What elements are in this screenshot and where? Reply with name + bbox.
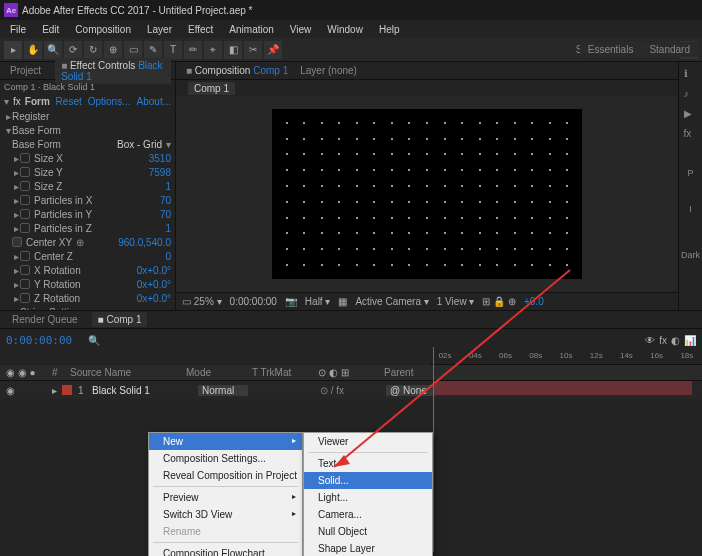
viewer[interactable]: [176, 96, 678, 292]
menu-item-solid[interactable]: Solid...: [304, 472, 432, 489]
menu-view[interactable]: View: [284, 22, 318, 37]
menu-help[interactable]: Help: [373, 22, 406, 37]
menu-item-null-object[interactable]: Null Object: [304, 523, 432, 540]
group-base-form[interactable]: Base Form: [12, 125, 61, 136]
layer-mode[interactable]: Normal: [198, 385, 248, 396]
view-dropdown[interactable]: 1 View ▾: [437, 296, 475, 307]
val-size-y[interactable]: 7598: [149, 167, 171, 178]
rotate-tool-icon[interactable]: ↻: [84, 41, 102, 59]
effect-options[interactable]: Options...: [88, 96, 131, 107]
tl-graph-icon[interactable]: 📊: [684, 335, 696, 346]
tab-composition[interactable]: ■ Composition Comp 1: [180, 63, 294, 78]
kf-icon[interactable]: [20, 209, 30, 219]
kf-icon[interactable]: [20, 153, 30, 163]
group-register[interactable]: Register: [12, 111, 49, 122]
zoom-tool-icon[interactable]: 🔍: [44, 41, 62, 59]
col-trkmat[interactable]: T TrkMat: [252, 367, 312, 378]
menu-item-composition-settings[interactable]: Composition Settings...: [149, 450, 302, 467]
val-particles-z[interactable]: 1: [165, 223, 171, 234]
layer-parent[interactable]: @ None: [386, 385, 436, 396]
col-source[interactable]: Source Name: [70, 367, 180, 378]
menu-item-new[interactable]: New: [149, 433, 302, 450]
timeline-timecode[interactable]: 0:00:00:00: [6, 334, 72, 347]
val-z-rotation[interactable]: 0x+0.0°: [137, 293, 171, 304]
col-mode[interactable]: Mode: [186, 367, 246, 378]
menu-item-shape-layer[interactable]: Shape Layer: [304, 540, 432, 556]
val-base-form-type[interactable]: Box - Grid: [117, 139, 162, 150]
col-parent[interactable]: Parent: [384, 367, 444, 378]
menu-item-text[interactable]: Text: [304, 455, 432, 472]
val-y-rotation[interactable]: 0x+0.0°: [137, 279, 171, 290]
menu-file[interactable]: File: [4, 22, 32, 37]
layer-name[interactable]: Black Solid 1: [92, 385, 192, 396]
viewer-time[interactable]: 0:00:00:00: [230, 296, 277, 307]
puppet-tool-icon[interactable]: 📌: [264, 41, 282, 59]
tl-mb-icon[interactable]: ◐: [671, 335, 680, 346]
tab-render-queue[interactable]: Render Queue: [6, 312, 84, 327]
comp-breadcrumb[interactable]: Comp 1: [188, 82, 235, 95]
rect-tool-icon[interactable]: ▭: [124, 41, 142, 59]
menu-item-reveal-composition-in-project[interactable]: Reveal Composition in Project: [149, 467, 302, 484]
menu-item-camera[interactable]: Camera...: [304, 506, 432, 523]
brush-tool-icon[interactable]: ✏: [184, 41, 202, 59]
kf-icon[interactable]: [20, 251, 30, 261]
camera-dropdown[interactable]: Active Camera ▾: [355, 296, 428, 307]
val-size-z[interactable]: 1: [165, 181, 171, 192]
effect-reset[interactable]: Reset: [56, 96, 82, 107]
tab-comp1[interactable]: ■ Comp 1: [92, 312, 148, 327]
workspace-essentials[interactable]: Essentials: [580, 42, 642, 57]
anchor-tool-icon[interactable]: ⊕: [104, 41, 122, 59]
snapshot-icon[interactable]: 📷: [285, 296, 297, 307]
tab-effect-controls[interactable]: ■ Effect Controls Black Solid 1: [55, 58, 171, 84]
kf-icon[interactable]: [20, 223, 30, 233]
tab-project[interactable]: Project: [4, 63, 47, 78]
layer-color-swatch[interactable]: [62, 385, 72, 395]
col-num[interactable]: #: [52, 367, 64, 378]
val-center-xy[interactable]: 960.0,540.0: [118, 237, 171, 248]
menu-composition[interactable]: Composition: [69, 22, 137, 37]
menu-item-preview[interactable]: Preview: [149, 489, 302, 506]
menu-window[interactable]: Window: [321, 22, 369, 37]
menu-edit[interactable]: Edit: [36, 22, 65, 37]
kf-icon[interactable]: [12, 237, 22, 247]
val-center-z[interactable]: 0: [165, 251, 171, 262]
pen-tool-icon[interactable]: ✎: [144, 41, 162, 59]
effect-name[interactable]: Form: [25, 96, 50, 107]
menu-item-composition-flowchart[interactable]: Composition Flowchart: [149, 545, 302, 556]
eraser-tool-icon[interactable]: ◧: [224, 41, 242, 59]
val-particles-x[interactable]: 70: [160, 195, 171, 206]
view-icons[interactable]: ⊞ 🔒 ⊕: [482, 296, 516, 307]
menu-animation[interactable]: Animation: [223, 22, 279, 37]
kf-icon[interactable]: [20, 279, 30, 289]
selection-tool-icon[interactable]: ▸: [4, 41, 22, 59]
roto-tool-icon[interactable]: ✂: [244, 41, 262, 59]
grid-icon[interactable]: ▦: [338, 296, 347, 307]
val-particles-y[interactable]: 70: [160, 209, 171, 220]
val-size-x[interactable]: 3510: [149, 153, 171, 164]
hand-tool-icon[interactable]: ✋: [24, 41, 42, 59]
info-icon[interactable]: ℹ: [684, 68, 698, 82]
effects-icon[interactable]: fx: [684, 128, 698, 142]
tl-search-icon[interactable]: 🔍: [88, 335, 100, 346]
preview-icon[interactable]: ▶: [684, 108, 698, 122]
orbit-tool-icon[interactable]: ⟳: [64, 41, 82, 59]
tab-layer-none[interactable]: Layer (none): [300, 65, 357, 76]
text-tool-icon[interactable]: T: [164, 41, 182, 59]
menu-item-light[interactable]: Light...: [304, 489, 432, 506]
menu-item-switch-3d-view[interactable]: Switch 3D View: [149, 506, 302, 523]
stamp-tool-icon[interactable]: ⌖: [204, 41, 222, 59]
tl-shy-icon[interactable]: 👁: [645, 335, 655, 346]
menu-layer[interactable]: Layer: [141, 22, 178, 37]
effect-about[interactable]: About...: [137, 96, 171, 107]
time-ruler[interactable]: 02s 04s 06s 08s 10s 12s 14s 16s 18s: [430, 351, 702, 365]
zoom-dropdown[interactable]: ▭ 25% ▾: [182, 296, 222, 307]
tl-fx-icon[interactable]: fx: [659, 335, 667, 346]
kf-icon[interactable]: [20, 181, 30, 191]
audio-icon[interactable]: ♪: [684, 88, 698, 102]
kf-icon[interactable]: [20, 293, 30, 303]
playhead[interactable]: [433, 347, 434, 552]
menu-effect[interactable]: Effect: [182, 22, 219, 37]
val-x-rotation[interactable]: 0x+0.0°: [137, 265, 171, 276]
workspace-standard[interactable]: Standard: [641, 42, 698, 57]
kf-icon[interactable]: [20, 167, 30, 177]
